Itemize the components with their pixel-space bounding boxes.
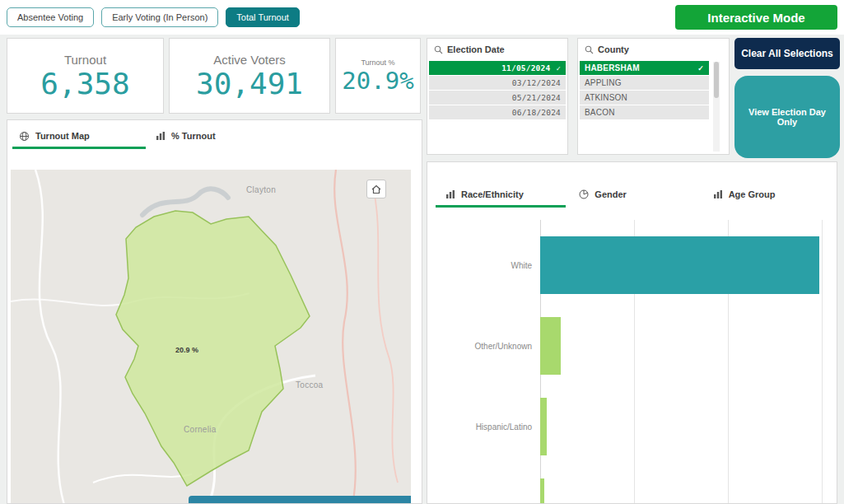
election-date-listbox: Election Date 11/05/2024✓03/12/202405/21… (427, 38, 568, 155)
kpi-active-voters: Active Voters 30,491 (169, 38, 330, 114)
listbox-options: HABERSHAM✓APPLINGATKINSONBACON (578, 58, 729, 119)
map-road (35, 170, 64, 503)
listbox-option-label: APPLING (585, 78, 622, 87)
bar-chart-icon (445, 189, 455, 199)
bar-track (540, 467, 837, 503)
early-voting-button[interactable]: Early Voting (In Person) (101, 7, 218, 27)
tab-gender[interactable]: Gender (569, 184, 702, 205)
bar-row: White (427, 225, 837, 306)
listbox-option-label: BACON (585, 108, 615, 117)
search-icon[interactable] (434, 45, 443, 54)
chart-bars: WhiteOther/UnknownHispanic/Latino (427, 208, 837, 503)
kpi-title: Turnout (64, 53, 106, 67)
bar[interactable] (540, 398, 547, 455)
home-icon (371, 184, 382, 195)
listbox-option-label: 05/21/2024 (512, 93, 561, 102)
bar-chart-icon (713, 189, 723, 199)
map-region-value: 20.9 % (175, 346, 198, 354)
map-place-label: Cornelia (184, 425, 217, 434)
listbox-option-label: 11/05/2024 (501, 63, 550, 72)
listbox-option[interactable]: 11/05/2024✓ (429, 61, 566, 75)
bar-category-label: White (427, 225, 540, 306)
listbox-option[interactable]: ATKINSON (580, 91, 709, 105)
tab-age-group[interactable]: Age Group (703, 184, 837, 205)
total-turnout-button[interactable]: Total Turnout (226, 7, 300, 27)
listbox-header: Election Date (427, 39, 567, 58)
bar-track (540, 386, 837, 467)
globe-icon (19, 131, 30, 142)
kpi-turnout-pct: Turnout % 20.9% (335, 38, 421, 114)
map-tabbar: Turnout Map % Turnout (7, 125, 422, 147)
map-highway (373, 186, 398, 483)
map-place-label: Toccoa (296, 380, 324, 390)
county-region[interactable] (116, 211, 310, 486)
map-place-label: Clayton (246, 185, 276, 194)
topbar: Absentee Voting Early Voting (In Person)… (0, 0, 844, 35)
search-icon[interactable] (585, 45, 594, 54)
listbox-options: 11/05/2024✓03/12/202405/21/202406/18/202… (427, 58, 567, 119)
listbox-title: County (598, 44, 629, 54)
map[interactable]: Clayton Toccoa Cornelia 20.9 % (11, 170, 411, 503)
map-water (142, 189, 228, 215)
map-road (93, 474, 192, 483)
map-canvas (11, 170, 411, 503)
interactive-mode-button[interactable]: Interactive Mode (675, 5, 837, 30)
bar[interactable] (540, 236, 819, 294)
map-panel: Turnout Map % Turnout Clayton Toc (7, 119, 422, 504)
kpi-title: Active Voters (213, 53, 286, 67)
scrollbar-thumb[interactable] (714, 62, 719, 98)
kpi-value: 6,358 (40, 69, 129, 99)
listbox-option[interactable]: 03/12/2024 (429, 76, 566, 90)
bar[interactable] (540, 478, 544, 503)
checkmark-icon: ✓ (697, 64, 704, 72)
kpi-turnout: Turnout 6,358 (7, 38, 164, 114)
listbox-header: County (578, 39, 729, 58)
chart-tabbar: Race/Ethnicity Gender Age Group (427, 184, 837, 205)
checkmark-icon: ✓ (556, 64, 561, 72)
tab-label: Turnout Map (35, 131, 90, 141)
tab-label: Age Group (729, 189, 776, 199)
tab-label: Race/Ethnicity (461, 189, 524, 199)
bar-row (427, 467, 837, 503)
home-button[interactable] (366, 180, 386, 198)
listbox-option[interactable]: BACON (580, 105, 709, 119)
listbox-option-label: 06/18/2024 (512, 108, 561, 117)
bar-track (540, 225, 837, 306)
demographics-panel: Race/Ethnicity Gender Age Group WhiteOth… (427, 161, 837, 504)
kpi-value: 20.9% (342, 69, 413, 93)
tab-race-ethnicity[interactable]: Race/Ethnicity (436, 184, 569, 205)
listbox-option[interactable]: APPLING (580, 76, 709, 90)
listbox-option[interactable]: 06/18/2024 (429, 105, 566, 119)
kpi-title: Turnout % (361, 58, 394, 67)
bar-track (540, 306, 837, 386)
absentee-voting-button[interactable]: Absentee Voting (7, 7, 94, 27)
listbox-scrollbar[interactable] (713, 62, 720, 152)
listbox-option-label: 03/12/2024 (512, 78, 561, 87)
tab-percent-turnout[interactable]: % Turnout (149, 125, 286, 147)
bar-category-label (427, 467, 540, 503)
bar-row: Other/Unknown (427, 306, 837, 386)
tab-turnout-map[interactable]: Turnout Map (12, 125, 149, 147)
bar-row: Hispanic/Latino (427, 386, 837, 467)
tab-label: % Turnout (171, 131, 216, 141)
map-horizontal-scrollbar[interactable] (189, 496, 411, 503)
bar-chart-icon (156, 131, 166, 141)
listbox-option-label: HABERSHAM (585, 63, 640, 72)
pie-chart-icon (579, 189, 589, 199)
county-listbox: County HABERSHAM✓APPLINGATKINSONBACON (577, 38, 730, 155)
listbox-option[interactable]: 05/21/2024 (429, 91, 566, 105)
bar-category-label: Hispanic/Latino (427, 386, 540, 467)
view-election-day-only-button[interactable]: View Election Day Only (734, 76, 840, 158)
listbox-title: Election Date (447, 44, 505, 54)
bar-chart: WhiteOther/UnknownHispanic/Latino (427, 208, 837, 503)
bar[interactable] (540, 317, 561, 375)
kpi-value: 30,491 (196, 69, 303, 99)
listbox-option[interactable]: HABERSHAM✓ (580, 61, 709, 75)
bar-category-label: Other/Unknown (427, 306, 540, 386)
tab-label: Gender (595, 189, 627, 199)
map-highway (334, 170, 356, 503)
listbox-option-label: ATKINSON (585, 93, 627, 102)
clear-all-selections-button[interactable]: Clear All Selections (734, 38, 840, 69)
